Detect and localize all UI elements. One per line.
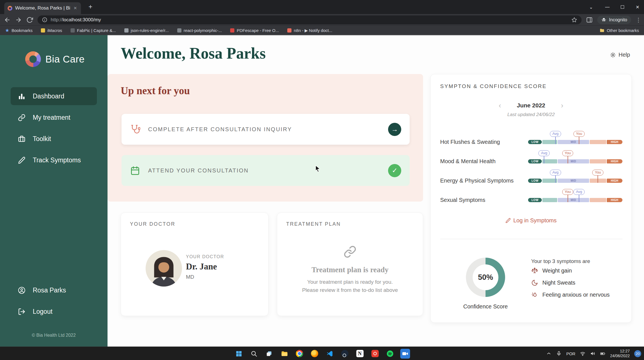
previous-month-icon[interactable]: ‹: [499, 102, 501, 109]
notification-badge[interactable]: 20: [634, 350, 641, 357]
sidebar-item-my-treatment[interactable]: My treatment: [11, 109, 97, 126]
sidebar-item-profile[interactable]: Rosa Parks: [11, 281, 97, 299]
vscode-button[interactable]: [325, 349, 335, 359]
scale-mid: MID: [558, 179, 589, 183]
bookmark-item[interactable]: react-polymorphic-...: [177, 28, 222, 33]
tab-close-icon[interactable]: ✕: [73, 6, 78, 11]
anxious-icon: [531, 291, 538, 298]
symptom-row: Sexual Symptoms Avg You LOW MID HIGH: [440, 190, 622, 210]
taskbar-clock[interactable]: 12:27 24/06/2022: [610, 349, 630, 358]
side-panel-icon[interactable]: [586, 17, 593, 23]
steam-button[interactable]: [340, 349, 350, 359]
chrome-icon: [296, 350, 303, 357]
back-icon[interactable]: [4, 17, 11, 23]
calendar-icon: [130, 165, 140, 176]
bookmark-item[interactable]: json-rules-engine/r...: [124, 28, 169, 33]
firefox-button[interactable]: [310, 349, 319, 359]
doctor-card: YOUR DOCTOR YOUR DOCTOR Dr. Jane MD: [121, 213, 269, 316]
tab-search-icon[interactable]: ⌄: [585, 0, 598, 14]
spotify-button[interactable]: [385, 349, 395, 359]
top-symptoms: Your top 3 symptoms are Weight gain Nigh…: [531, 254, 626, 301]
bookmark-item[interactable]: iMacros: [41, 28, 62, 33]
symptom-panel-title: SYMPTON & CONFIDENCE SCORE: [440, 83, 547, 89]
sidebar-item-toolkit[interactable]: Toolkit: [11, 130, 97, 148]
scale-low: LOW: [528, 140, 542, 144]
sidebar-item-dashboard[interactable]: Dashboard: [11, 87, 97, 105]
copyright: © Bia Health Ltd 2022: [0, 333, 108, 338]
camera-app-button[interactable]: [400, 349, 410, 359]
hidden-icons-chevron[interactable]: [546, 351, 552, 356]
bookmark-item[interactable]: ★Bookmarks: [5, 28, 32, 33]
task-view-button[interactable]: [264, 349, 274, 359]
forward-icon[interactable]: [15, 17, 22, 23]
biacare-logo-icon: [25, 51, 41, 67]
notion-button[interactable]: N: [355, 349, 365, 359]
spotify-icon: [387, 350, 394, 357]
avg-marker: Avg: [573, 189, 585, 202]
scale-low: LOW: [528, 179, 542, 183]
bookmark-favicon: [71, 28, 75, 33]
incognito-label: Incognito: [609, 17, 627, 22]
scale-segment: [590, 198, 606, 202]
folder-icon: [281, 350, 288, 357]
symptom-row: Hot Flushes & Sweating Avg You LOW MID H…: [440, 132, 622, 152]
mouse-cursor: [314, 165, 321, 172]
help-button[interactable]: Help: [610, 52, 630, 58]
browser-menu-icon[interactable]: ⋮: [636, 17, 640, 23]
sidebar-item-logout[interactable]: Logout: [11, 303, 97, 320]
bookmark-favicon: [287, 28, 291, 33]
url-text: http://localhost:3000/my: [51, 17, 101, 23]
wifi-icon[interactable]: [580, 351, 585, 356]
window-minimize-button[interactable]: —: [601, 0, 614, 14]
bookmark-star-icon: ★: [5, 28, 9, 33]
bookmark-item[interactable]: PDFescape - Free O...: [230, 28, 279, 33]
bookmark-star-icon[interactable]: [571, 17, 577, 23]
confidence-label: Confidence Score: [455, 303, 516, 310]
window-maximize-button[interactable]: [616, 0, 629, 14]
go-to-task-button[interactable]: →: [388, 123, 401, 136]
new-tab-button[interactable]: +: [86, 3, 95, 11]
tab-title: Welcome, Rosa Parks | Bia Care: [15, 5, 70, 11]
address-bar[interactable]: http://localhost:3000/my: [38, 15, 582, 24]
url-scheme: http://: [51, 17, 63, 22]
taskbar-search-button[interactable]: [249, 349, 259, 359]
confidence-donut: 50%: [466, 258, 505, 297]
doctor-subtitle: YOUR DOCTOR: [186, 254, 224, 259]
microphone-icon[interactable]: [556, 351, 562, 356]
bookmark-item[interactable]: FabPic | Capture &...: [71, 28, 116, 33]
steam-icon: [341, 350, 348, 357]
site-info-icon[interactable]: [42, 17, 47, 22]
browser-tab[interactable]: Welcome, Rosa Parks | Bia Care ✕: [4, 2, 81, 14]
media-app-icon: [371, 350, 379, 357]
task-done-icon: ✓: [388, 164, 401, 177]
media-app-button[interactable]: [370, 349, 380, 359]
file-explorer-button[interactable]: [279, 349, 289, 359]
treatment-card-title: TREATMENT PLAN: [286, 221, 341, 227]
moon-icon: [531, 279, 538, 286]
window-close-button[interactable]: ✕: [631, 0, 644, 14]
log-symptoms-link[interactable]: Log in Symptoms: [431, 217, 631, 224]
reload-icon[interactable]: [26, 17, 33, 23]
doctor-credentials: MD: [186, 274, 224, 280]
task-complete-inquiry[interactable]: COMPLETE AFTER CONSULTATION INQUIRY →: [122, 114, 410, 145]
keyboard-language[interactable]: POR: [566, 351, 575, 356]
volume-icon[interactable]: [590, 351, 596, 356]
you-marker: You: [573, 131, 585, 144]
bookmark-item[interactable]: n8n - ▶ Notify doct...: [287, 28, 332, 33]
browser-toolbar: http://localhost:3000/my Incognito ⋮: [0, 14, 644, 26]
battery-icon[interactable]: [600, 351, 606, 356]
other-bookmarks[interactable]: Other bookmarks: [599, 28, 639, 33]
folder-icon: [599, 28, 604, 33]
bookmark-favicon: [124, 28, 129, 33]
taskbar: N POR 12:27 24/06/2022 20: [0, 347, 644, 360]
chrome-button[interactable]: [295, 349, 304, 359]
task-attend-consultation[interactable]: ATTEND YOUR CONSULTATION ✓: [122, 155, 410, 186]
scale-high: HIGH: [607, 198, 622, 202]
scale-high: HIGH: [607, 159, 622, 163]
stethoscope-icon: [130, 124, 140, 135]
start-button[interactable]: [234, 349, 244, 359]
incognito-icon: [601, 17, 606, 22]
sidebar-item-track-symptoms[interactable]: Track Symptoms: [11, 151, 97, 169]
doctor-avatar: [146, 250, 182, 287]
next-month-icon[interactable]: ›: [561, 102, 563, 109]
